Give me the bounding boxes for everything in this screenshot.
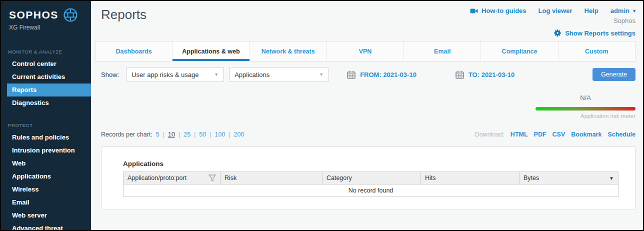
org-name: Sophos (470, 17, 636, 24)
tab-vpn[interactable]: VPN (327, 42, 404, 61)
product-name: XG Firewall (9, 24, 91, 31)
download-label: Download: (475, 131, 504, 138)
video-camera-icon (470, 8, 478, 14)
records-per-chart: Records per chart: 5 | 10 | 25 | 50 | 10… (101, 131, 244, 138)
applications-table: Application/proto:port Risk Category Hit… (123, 172, 618, 197)
sort-descending-icon[interactable]: ▼ (609, 176, 614, 181)
dropdown-caret-icon: ▼ (214, 72, 218, 77)
app-window: SOPHOS XG Firewall (0, 0, 644, 231)
column-header-hits[interactable]: Hits (420, 172, 519, 184)
sidebar-item-web-server[interactable]: Web server (1, 209, 91, 222)
gear-icon (554, 29, 562, 37)
sidebar-section-protect: PROTECT (1, 122, 91, 128)
report-tabs: Dashboards Applications & web Network & … (95, 41, 636, 62)
from-date-picker[interactable]: FROM: 2021-03-10 (347, 70, 416, 79)
to-date-picker[interactable]: TO: 2021-03-10 (456, 70, 514, 79)
tab-email[interactable]: Email (404, 42, 481, 61)
records-option-25[interactable]: 25 (184, 131, 190, 138)
records-per-chart-label: Records per chart: (101, 131, 152, 138)
howto-guides-link[interactable]: How-to guides (470, 7, 526, 14)
bookmark-link[interactable]: Bookmark (571, 131, 602, 138)
applications-report-panel: Applications Application/proto:port (101, 146, 636, 210)
sophos-logo: SOPHOS (9, 9, 58, 21)
tab-network-and-threats[interactable]: Network & threats (250, 42, 327, 61)
help-link[interactable]: Help (584, 7, 598, 14)
tab-applications-and-web[interactable]: Applications & web (172, 42, 250, 61)
tab-compliance[interactable]: Compliance (481, 42, 558, 61)
sidebar-item-applications[interactable]: Applications (1, 170, 91, 183)
brand: SOPHOS XG Firewall (1, 1, 91, 31)
records-option-50[interactable]: 50 (199, 131, 206, 138)
calendar-icon (347, 70, 356, 79)
column-header-category[interactable]: Category (322, 172, 420, 184)
column-header-application[interactable]: Application/proto:port (124, 172, 220, 184)
dropdown-caret-icon: ▼ (319, 72, 324, 77)
log-viewer-link[interactable]: Log viewer (538, 7, 572, 14)
tab-custom[interactable]: Custom (558, 42, 635, 61)
from-date-label: FROM: 2021-03-10 (360, 71, 416, 78)
show-reports-settings-link[interactable]: Show Reports settings (95, 28, 636, 38)
download-html-link[interactable]: HTML (510, 131, 528, 138)
download-csv-link[interactable]: CSV (552, 131, 566, 138)
page-header: Reports How-to guides Log viewer Help (95, 1, 636, 24)
column-header-bytes[interactable]: Bytes ▼ (519, 172, 618, 184)
show-label: Show: (101, 71, 119, 78)
sidebar-item-web[interactable]: Web (1, 157, 91, 170)
risk-meter-value: N/A (536, 94, 636, 102)
sidebar-item-rules-and-policies[interactable]: Rules and policies (1, 131, 91, 144)
application-risk-meter: N/A Application risk meter (536, 94, 636, 119)
sidebar-item-intrusion-prevention[interactable]: Intrusion prevention (1, 144, 91, 157)
download-pdf-link[interactable]: PDF (534, 131, 546, 138)
records-option-10[interactable]: 10 (168, 131, 175, 138)
table-row: No record found (124, 184, 618, 197)
sidebar-item-email[interactable]: Email (1, 196, 91, 209)
generate-button[interactable]: Generate (592, 68, 636, 81)
sidebar: SOPHOS XG Firewall (1, 1, 91, 230)
sidebar-item-control-center[interactable]: Control center (1, 58, 91, 70)
user-menu[interactable]: admin ▾ (610, 7, 636, 14)
schedule-link[interactable]: Schedule (608, 131, 636, 138)
report-type-dropdown[interactable]: Applications ▼ (229, 67, 329, 82)
filter-funnel-icon[interactable] (208, 174, 216, 182)
sophos-shield-icon (63, 8, 78, 22)
to-date-label: TO: 2021-03-10 (468, 71, 514, 78)
sidebar-section-monitor-analyze: MONITOR & ANALYZE (1, 49, 91, 54)
sidebar-item-wireless[interactable]: Wireless (1, 183, 91, 196)
calendar-icon (456, 70, 464, 79)
risk-meter-gradient-bar (536, 107, 636, 110)
download-bar: Download: HTML PDF CSV Bookmark Schedule (475, 131, 636, 138)
page-title: Reports (101, 7, 146, 24)
column-header-risk[interactable]: Risk (220, 172, 322, 184)
records-option-5[interactable]: 5 (156, 131, 160, 138)
risk-meter-caption: Application risk meter (536, 113, 636, 119)
chevron-down-icon: ▾ (633, 8, 636, 14)
empty-message: No record found (124, 184, 618, 197)
records-option-200[interactable]: 200 (234, 131, 244, 138)
records-download-bar: Records per chart: 5 | 10 | 25 | 50 | 10… (101, 131, 636, 138)
sidebar-item-diagnostics[interactable]: Diagnostics (1, 96, 91, 110)
records-option-100[interactable]: 100 (215, 131, 226, 138)
panel-title: Applications (123, 160, 618, 168)
sidebar-item-reports[interactable]: Reports (7, 84, 91, 96)
filter-bar: Show: User app risks & usage ▼ Applicati… (101, 67, 636, 82)
tab-dashboards[interactable]: Dashboards (96, 42, 172, 61)
sidebar-item-current-activities[interactable]: Current activities (1, 70, 91, 84)
sidebar-item-advanced-threat[interactable]: Advanced threat (1, 222, 91, 231)
report-group-dropdown[interactable]: User app risks & usage ▼ (126, 67, 224, 82)
main-content: Reports How-to guides Log viewer Help (91, 1, 643, 230)
